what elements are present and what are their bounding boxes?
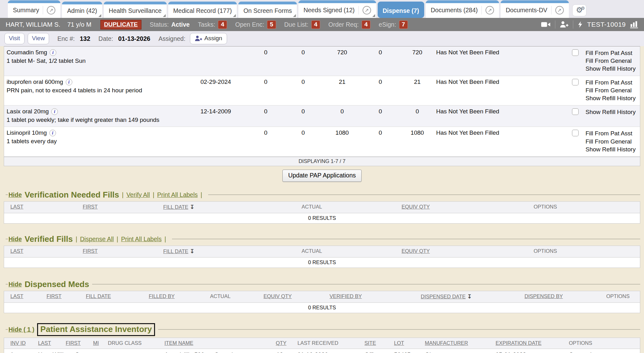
col-header-filled-by[interactable]: FILLED BY: [142, 291, 204, 302]
patient-id: TEST-10019: [587, 21, 626, 28]
fill-from-general-link[interactable]: Fill From General: [586, 138, 640, 145]
col-header-first[interactable]: FIRST: [76, 246, 157, 257]
fill-from-pat-asst-link[interactable]: Fill From Pat Asst: [586, 49, 640, 57]
qty-value: 0: [398, 106, 436, 127]
hide-pat-assist-inventory-link[interactable]: Hide ( 1 ): [8, 326, 34, 333]
hide-verified-fills-link[interactable]: Hide: [8, 236, 22, 243]
divider: [208, 194, 640, 195]
popout-icon[interactable]: ↗: [358, 6, 371, 14]
fill-checkbox[interactable]: [572, 79, 579, 85]
info-icon[interactable]: i: [51, 108, 58, 115]
col-header-actual: ACTUAL: [204, 291, 257, 302]
col-header-site[interactable]: SITE: [358, 338, 388, 349]
open-enc-count-badge[interactable]: 5: [267, 20, 276, 29]
visit-button[interactable]: Visit: [4, 33, 25, 44]
tab-menu-fold-icon: [293, 14, 296, 17]
settings-gears-icon[interactable]: ⚙⚙: [572, 4, 587, 16]
dispense-all-link[interactable]: Dispense All: [80, 236, 114, 243]
show-refill-history-link[interactable]: Show Refill History: [586, 145, 640, 153]
show-refill-history-link[interactable]: Show Refill History: [586, 65, 640, 73]
hide-dispensed-meds-link[interactable]: Hide: [8, 281, 22, 288]
col-header-item-name[interactable]: ITEM NAME: [158, 338, 269, 349]
col-header-inv-id[interactable]: INV ID: [4, 338, 32, 349]
col-header-fill-date[interactable]: FILL DATE: [80, 291, 142, 302]
col-header-last[interactable]: LAST: [4, 246, 76, 257]
update-pap-applications-button[interactable]: Update PAP Applications: [282, 170, 361, 182]
col-header-expiration-date[interactable]: EXPIRATION DATE: [489, 338, 563, 349]
video-camera-icon[interactable]: [541, 21, 551, 28]
view-button[interactable]: View: [28, 33, 49, 44]
col-header-mi[interactable]: MI: [87, 338, 102, 349]
tab-on-screen-forms[interactable]: On Screen Forms: [238, 2, 297, 18]
medication-sig: 1 tablet po weekly; take if weight great…: [7, 117, 184, 123]
col-header-last[interactable]: LAST: [4, 291, 40, 302]
info-icon[interactable]: i: [50, 49, 56, 56]
due-list-count-badge[interactable]: 4: [311, 20, 320, 29]
hide-verification-fills-link[interactable]: Hide: [8, 191, 22, 198]
show-refill-history-link[interactable]: Show Refill History: [586, 108, 640, 116]
col-header-fill-date[interactable]: FILL DATE: [157, 246, 295, 257]
col-header-last[interactable]: LAST: [32, 338, 59, 349]
fill-checkbox[interactable]: [572, 49, 579, 56]
col-header-last-received: LAST RECEIVED: [291, 338, 358, 349]
popout-icon[interactable]: ↗: [551, 6, 564, 14]
tab-menu-fold-icon: [233, 14, 236, 17]
fill-from-pat-asst-link[interactable]: Fill From Pat Asst: [586, 129, 640, 137]
tab-needs-signed[interactable]: Needs Signed (12) ↗: [298, 0, 376, 18]
lightning-icon[interactable]: [578, 21, 583, 28]
empty-results: 0 RESULTS: [4, 302, 640, 313]
tab-admin[interactable]: Admin (42): [62, 2, 102, 18]
col-header-first[interactable]: FIRST: [40, 291, 80, 302]
correct-inventory-link[interactable]: Correct Inventory: [563, 349, 640, 353]
print-all-labels-link[interactable]: Print All Labels: [157, 191, 198, 198]
fill-from-general-link[interactable]: Fill From General: [586, 86, 640, 94]
show-refill-history-link[interactable]: Show Refill History: [586, 94, 640, 102]
tab-label: Health Surveillance: [109, 7, 162, 14]
col-header-fill-date[interactable]: FILL DATE: [157, 201, 295, 213]
tab-summary[interactable]: Summary ↗: [8, 0, 60, 18]
col-header-dispensed-by[interactable]: DISPENSED BY: [518, 291, 600, 302]
section-title: Dispensed Meds: [25, 280, 89, 289]
fill-checkbox[interactable]: [572, 108, 579, 115]
sort-descending-icon: [467, 294, 472, 300]
col-header-qty[interactable]: QTY: [269, 338, 291, 349]
col-header-last[interactable]: LAST: [4, 201, 76, 213]
info-icon[interactable]: i: [66, 79, 72, 85]
add-person-icon[interactable]: [560, 21, 569, 28]
info-icon[interactable]: i: [49, 130, 56, 136]
col-header-lot[interactable]: LOT: [388, 338, 419, 349]
col-header-first[interactable]: FIRST: [76, 201, 157, 213]
tasks-count-badge[interactable]: 4: [218, 20, 227, 29]
qty-value: 0: [284, 127, 322, 156]
order-req-count-badge[interactable]: 4: [362, 20, 371, 29]
col-header-verified-by[interactable]: VERIFIED BY: [323, 291, 414, 302]
tab-dispense[interactable]: Dispense (7): [378, 2, 424, 18]
tab-documents-dv[interactable]: Documents-DV ↗: [501, 0, 569, 18]
col-header-equiv-qty[interactable]: EQUIV QTY: [395, 201, 527, 213]
fill-from-pat-asst-link[interactable]: Fill From Pat Asst: [586, 79, 640, 86]
col-header-dispensed-date[interactable]: DISPENSED DATE: [414, 291, 518, 302]
col-header-first[interactable]: FIRST: [59, 338, 87, 349]
col-header-manufacturer[interactable]: MANUFACTURER: [419, 338, 489, 349]
popout-icon[interactable]: ↗: [481, 6, 494, 14]
assign-button[interactable]: Assign: [190, 33, 227, 44]
verify-all-link[interactable]: Verify All: [126, 191, 150, 198]
fill-date: [184, 127, 247, 156]
print-all-labels-link[interactable]: Print All Labels: [121, 236, 162, 243]
bar-chart-icon[interactable]: [630, 21, 638, 28]
fill-checkbox[interactable]: [572, 130, 579, 136]
col-header-equiv-qty[interactable]: EQUIV QTY: [395, 246, 527, 257]
divider: [6, 329, 8, 330]
qty-value: 0: [284, 76, 322, 106]
fill-from-general-link[interactable]: Fill From General: [586, 57, 640, 65]
esign-label: eSign:: [379, 21, 396, 28]
fill-status: Has Not Yet Been Filled: [436, 76, 565, 106]
tab-documents[interactable]: Documents (284) ↗: [426, 0, 499, 18]
tab-health-surveillance[interactable]: Health Surveillance: [104, 2, 167, 18]
esign-count-badge[interactable]: 7: [399, 20, 408, 29]
tab-medical-record[interactable]: Medical Record (177): [168, 2, 237, 18]
popout-icon[interactable]: ↗: [43, 6, 55, 14]
last-received: 01-16-2026: [291, 349, 358, 353]
duplicate-badge[interactable]: DUPLICATE: [100, 20, 142, 30]
col-header-equiv-qty[interactable]: EQUIV QTY: [257, 291, 323, 302]
